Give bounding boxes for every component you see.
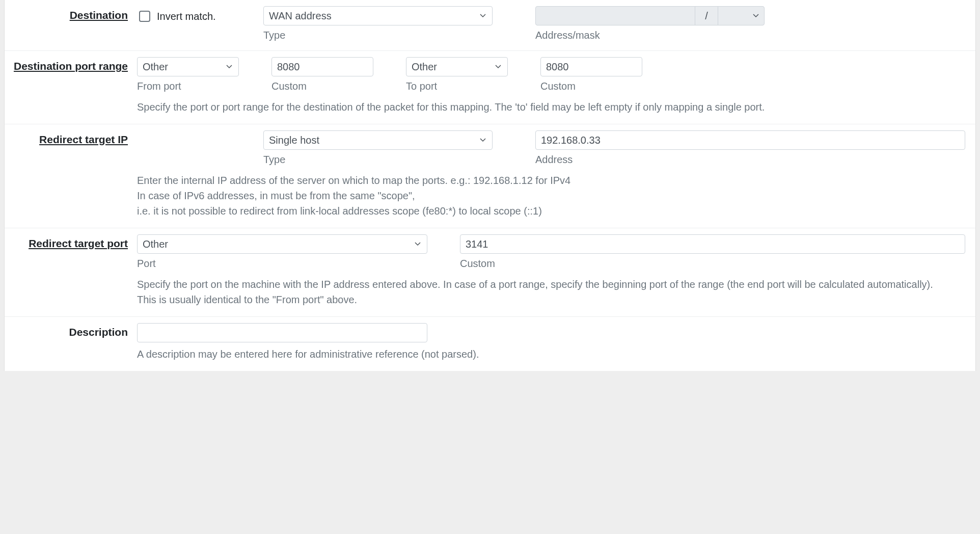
- redirect-ip-type-sublabel: Type: [263, 154, 493, 166]
- label-description: Description: [5, 323, 137, 338]
- destination-type-select[interactable]: WAN address: [263, 6, 493, 25]
- dest-from-port-sublabel: From port: [137, 81, 239, 92]
- destination-address-sublabel: Address/mask: [535, 30, 765, 41]
- redirect-port-select[interactable]: Other: [137, 234, 427, 254]
- redirect-port-sublabel: Port: [137, 258, 427, 270]
- dest-port-range-help: Specify the port or port range for the d…: [137, 99, 965, 115]
- label-destination: Destination: [5, 6, 137, 21]
- dest-from-custom-sublabel: Custom: [271, 81, 373, 92]
- description-input[interactable]: [137, 323, 427, 342]
- destination-mask-slash: /: [695, 7, 718, 25]
- row-destination: Destination Invert match. WAN address Ty…: [5, 0, 975, 50]
- destination-address-mask-group: /: [535, 6, 765, 25]
- destination-type-sublabel: Type: [263, 30, 493, 41]
- row-redirect-target-port: Redirect target port Other Port Custom S…: [5, 228, 975, 316]
- row-destination-port-range: Destination port range Other From port C…: [5, 50, 975, 124]
- dest-from-port-select[interactable]: Other: [137, 57, 239, 76]
- destination-mask-select-disabled: [718, 7, 764, 25]
- destination-address-input-disabled: [536, 7, 695, 25]
- label-destination-port-range: Destination port range: [5, 57, 137, 72]
- dest-to-custom-sublabel: Custom: [540, 81, 642, 92]
- redirect-ip-address-input[interactable]: [535, 130, 965, 150]
- redirect-ip-address-sublabel: Address: [535, 154, 965, 166]
- redirect-port-help: Specify the port on the machine with the…: [137, 277, 965, 307]
- dest-to-port-select[interactable]: Other: [406, 57, 508, 76]
- destination-invert-label: Invert match.: [157, 11, 216, 22]
- redirect-port-custom-input[interactable]: [460, 234, 965, 254]
- dest-from-custom-input[interactable]: [271, 57, 373, 76]
- row-description: Description A description may be entered…: [5, 316, 975, 371]
- destination-invert-checkbox[interactable]: [139, 11, 150, 22]
- redirect-ip-type-select[interactable]: Single host: [263, 130, 493, 150]
- redirect-port-custom-sublabel: Custom: [460, 258, 965, 270]
- label-redirect-target-port: Redirect target port: [5, 234, 137, 250]
- destination-invert-checkbox-wrap: Invert match.: [137, 6, 254, 23]
- dest-to-port-sublabel: To port: [406, 81, 508, 92]
- label-redirect-target-ip: Redirect target IP: [5, 130, 137, 146]
- row-redirect-target-ip: Redirect target IP Single host Type Addr…: [5, 124, 975, 228]
- description-help: A description may be entered here for ad…: [137, 346, 965, 362]
- nat-rule-form: Destination Invert match. WAN address Ty…: [4, 0, 976, 371]
- dest-to-custom-input[interactable]: [540, 57, 642, 76]
- redirect-ip-help: Enter the internal IP address of the ser…: [137, 173, 965, 219]
